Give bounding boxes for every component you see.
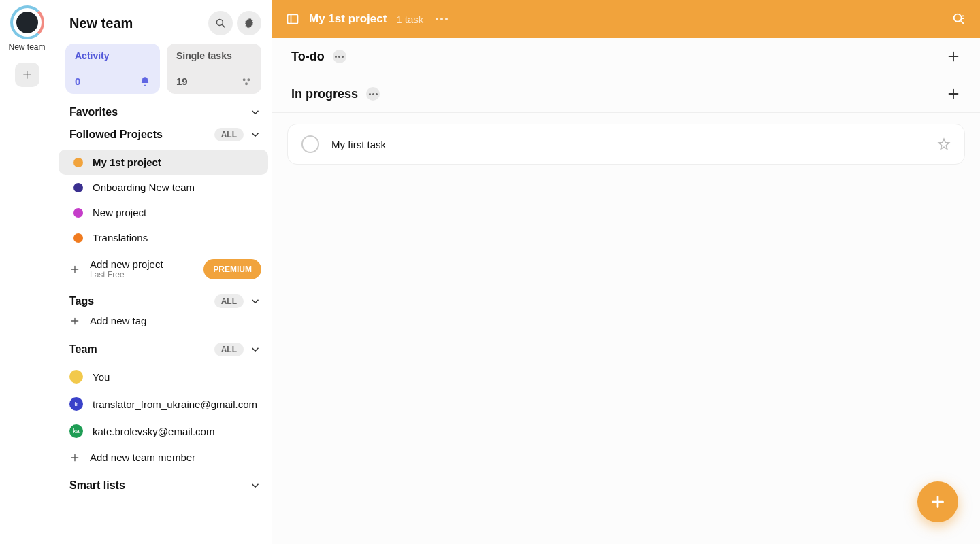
add-member-label: Add new team member xyxy=(90,452,195,463)
single-tasks-count: 19 xyxy=(176,75,188,87)
add-task-button[interactable] xyxy=(946,86,961,101)
search-button[interactable] xyxy=(208,11,233,35)
avatar: tr xyxy=(69,397,83,411)
favorites-label: Favorites xyxy=(69,106,118,118)
followed-projects-label: Followed Projects xyxy=(69,129,163,141)
project-color-dot xyxy=(74,233,83,243)
member-name: You xyxy=(93,371,110,383)
project-topbar: My 1st project 1 task xyxy=(272,0,980,38)
followed-projects-header[interactable]: Followed Projects ALL xyxy=(69,128,261,141)
plus-icon xyxy=(929,493,947,511)
svg-point-6 xyxy=(954,14,962,22)
add-project-sub: Last Free xyxy=(90,270,163,279)
premium-button[interactable]: PREMIUM xyxy=(203,259,261,279)
group-title: To-do xyxy=(291,50,325,64)
svg-rect-5 xyxy=(288,14,298,23)
svg-point-0 xyxy=(216,19,223,25)
main-panel: My 1st project 1 task To-do In progress … xyxy=(272,0,980,544)
workspace-avatar[interactable] xyxy=(10,5,44,39)
add-tag-label: Add new tag xyxy=(90,315,146,326)
tags-header[interactable]: Tags ALL xyxy=(69,294,261,308)
activity-card[interactable]: Activity 0 xyxy=(65,44,160,94)
project-color-dot xyxy=(74,158,83,167)
plus-icon xyxy=(21,69,33,81)
task-title: My first task xyxy=(331,139,386,150)
member-name: kate.brolevsky@email.com xyxy=(93,426,214,437)
project-color-dot xyxy=(74,183,83,192)
gear-icon xyxy=(243,17,255,29)
add-workspace-button[interactable] xyxy=(15,63,39,87)
group-title: In progress xyxy=(291,87,358,101)
avatar xyxy=(69,370,83,384)
task-group-header: In progress xyxy=(272,75,980,113)
bell-icon xyxy=(140,76,150,87)
project-name: Onboarding New team xyxy=(93,182,195,193)
smart-lists-label: Smart lists xyxy=(69,479,125,492)
cluster-icon xyxy=(241,76,252,87)
plus-icon xyxy=(69,452,80,463)
project-more-button[interactable] xyxy=(433,15,451,23)
team-label: Team xyxy=(69,343,97,356)
svg-point-3 xyxy=(247,78,250,81)
sidebar-project-item[interactable]: Onboarding New team xyxy=(59,175,268,200)
chevron-down-icon[interactable] xyxy=(249,129,261,141)
add-task-fab[interactable] xyxy=(917,481,958,522)
sidebar-project-item[interactable]: Translations xyxy=(59,225,268,250)
sidebar-project-item[interactable]: My 1st project xyxy=(59,150,268,175)
add-member-button[interactable]: Add new team member xyxy=(54,445,272,470)
filter-icon[interactable] xyxy=(951,12,966,27)
add-task-button[interactable] xyxy=(946,49,961,64)
svg-point-2 xyxy=(243,78,246,81)
plus-icon xyxy=(69,316,80,326)
chevron-down-icon[interactable] xyxy=(249,295,261,307)
workspace-rail: New team xyxy=(0,0,54,544)
team-member-item[interactable]: trtranslator_from_ukraine@gmail.com xyxy=(54,390,272,418)
add-project-label: Add new project xyxy=(90,258,163,270)
all-pill[interactable]: ALL xyxy=(214,128,244,141)
group-more-button[interactable] xyxy=(333,50,346,63)
sidebar-project-item[interactable]: New project xyxy=(59,200,268,225)
chevron-down-icon[interactable] xyxy=(249,343,261,356)
chevron-down-icon[interactable] xyxy=(249,479,261,492)
group-more-button[interactable] xyxy=(366,87,380,101)
project-name: New project xyxy=(93,207,146,218)
workspace-name: New team xyxy=(8,42,45,52)
team-header[interactable]: Team ALL xyxy=(69,343,261,356)
task-group-header: To-do xyxy=(272,38,980,75)
activity-label: Activity xyxy=(75,50,150,61)
tags-label: Tags xyxy=(69,295,94,307)
star-icon[interactable] xyxy=(937,137,951,151)
project-name: My 1st project xyxy=(93,156,161,168)
project-color-dot xyxy=(74,208,83,218)
single-tasks-card[interactable]: Single tasks 19 xyxy=(167,44,261,94)
search-icon xyxy=(214,17,227,29)
team-member-item[interactable]: kakate.brolevsky@email.com xyxy=(54,418,272,445)
smart-lists-header[interactable]: Smart lists xyxy=(69,479,261,492)
single-tasks-label: Single tasks xyxy=(176,50,252,61)
team-list: Youtrtranslator_from_ukraine@gmail.comka… xyxy=(54,363,272,445)
activity-count: 0 xyxy=(75,75,80,87)
plus-icon xyxy=(69,264,80,275)
add-project-row[interactable]: Add new project Last Free PREMIUM xyxy=(54,253,272,285)
project-name: Translations xyxy=(93,232,148,243)
chevron-down-icon[interactable] xyxy=(249,106,261,118)
avatar: ka xyxy=(69,424,83,438)
add-tag-button[interactable]: Add new tag xyxy=(54,308,272,333)
settings-button[interactable] xyxy=(237,11,261,35)
task-checkbox[interactable] xyxy=(301,135,319,153)
all-pill[interactable]: ALL xyxy=(214,343,244,356)
toggle-panel-icon[interactable] xyxy=(286,12,299,26)
all-pill[interactable]: ALL xyxy=(214,294,244,308)
project-list: My 1st projectOnboarding New teamNew pro… xyxy=(54,150,272,250)
team-member-item[interactable]: You xyxy=(54,363,272,390)
task-count: 1 task xyxy=(396,14,423,25)
favorites-section-header[interactable]: Favorites xyxy=(69,106,261,118)
groups-container: To-do In progress My first task xyxy=(272,38,980,544)
svg-point-4 xyxy=(245,82,248,85)
project-title: My 1st project xyxy=(309,12,387,26)
sidebar-title: New team xyxy=(69,16,133,31)
member-name: translator_from_ukraine@gmail.com xyxy=(93,398,257,410)
sidebar: New team Activity 0 Single tasks 19 xyxy=(54,0,272,544)
task-card[interactable]: My first task xyxy=(287,124,965,165)
